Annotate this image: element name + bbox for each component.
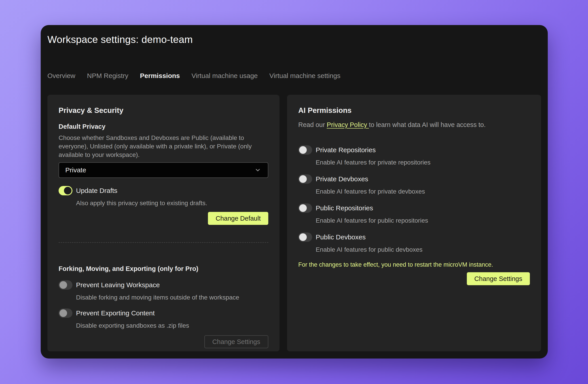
public-repositories-label: Public Repositories xyxy=(316,204,373,212)
prevent-exporting-content-description: Disable exporting sandboxes as .zip file… xyxy=(76,322,268,330)
ai-intro-suffix: to learn what data AI will have access t… xyxy=(369,121,486,128)
default-privacy-select-value: Private xyxy=(65,166,86,174)
page-title: Workspace settings: demo-team xyxy=(47,25,541,46)
default-privacy-description: Choose whether Sandboxes and Devboxes ar… xyxy=(59,134,268,159)
prevent-leaving-workspace-toggle[interactable] xyxy=(59,280,72,290)
update-drafts-row: Update Drafts xyxy=(59,186,268,195)
update-drafts-description: Also apply this privacy setting to exist… xyxy=(76,199,268,207)
private-repositories-description: Enable AI features for private repositor… xyxy=(316,158,530,167)
change-default-button[interactable]: Change Default xyxy=(208,212,268,225)
ai-card-title: AI Permissions xyxy=(298,106,530,115)
toggle-knob xyxy=(64,187,72,194)
forking-change-settings-row: Change Settings xyxy=(59,335,268,348)
private-repositories-toggle[interactable] xyxy=(298,145,312,155)
settings-cards: Privacy & Security Default Privacy Choos… xyxy=(47,95,541,351)
private-devboxes-toggle[interactable] xyxy=(298,174,312,184)
toggle-knob xyxy=(299,146,307,154)
prevent-leaving-row: Prevent Leaving Workspace xyxy=(59,280,268,290)
privacy-security-card: Privacy & Security Default Privacy Choos… xyxy=(47,95,279,351)
tab-virtual-machine-usage[interactable]: Virtual machine usage xyxy=(191,72,257,80)
tab-npm-registry[interactable]: NPM Registry xyxy=(87,72,128,80)
public-repositories-toggle[interactable] xyxy=(298,203,312,213)
tab-permissions[interactable]: Permissions xyxy=(140,72,180,80)
ai-change-settings-button[interactable]: Change Settings xyxy=(467,272,530,285)
toggle-knob xyxy=(299,204,307,212)
prevent-exporting-content-label: Prevent Exporting Content xyxy=(76,309,155,317)
tab-overview[interactable]: Overview xyxy=(47,72,75,80)
public-devboxes-toggle[interactable] xyxy=(298,232,312,242)
private-devboxes-description: Enable AI features for private devboxes xyxy=(316,187,530,196)
chevron-down-icon xyxy=(254,166,262,174)
change-default-row: Change Default xyxy=(59,212,268,225)
public-repositories-row: Public Repositories xyxy=(298,203,530,213)
ai-change-settings-row: Change Settings xyxy=(298,272,530,285)
default-privacy-heading: Default Privacy xyxy=(59,122,268,131)
private-repositories-row: Private Repositories xyxy=(298,145,530,155)
private-devboxes-row: Private Devboxes xyxy=(298,174,530,184)
public-repositories-description: Enable AI features for public repositori… xyxy=(316,216,530,225)
update-drafts-label: Update Drafts xyxy=(76,186,117,195)
privacy-policy-link[interactable]: Privacy Policy xyxy=(327,121,369,128)
section-divider xyxy=(59,242,268,243)
private-devboxes-label: Private Devboxes xyxy=(316,175,368,183)
restart-microvm-note: For the changes to take effect, you need… xyxy=(298,261,530,268)
update-drafts-toggle[interactable] xyxy=(59,186,72,195)
ai-permissions-card: AI Permissions Read our Privacy Policy t… xyxy=(287,95,541,351)
settings-tabs: Overview NPM Registry Permissions Virtua… xyxy=(47,72,541,80)
tab-virtual-machine-settings[interactable]: Virtual machine settings xyxy=(269,72,340,80)
privacy-card-title: Privacy & Security xyxy=(59,106,268,115)
private-repositories-label: Private Repositories xyxy=(316,146,376,154)
public-devboxes-label: Public Devboxes xyxy=(316,233,366,242)
toggle-knob xyxy=(60,309,67,317)
toggle-knob xyxy=(299,175,307,183)
forking-heading: Forking, Moving, and Exporting (only for… xyxy=(59,265,268,273)
prevent-leaving-workspace-label: Prevent Leaving Workspace xyxy=(76,281,160,289)
forking-change-settings-button[interactable]: Change Settings xyxy=(204,335,268,348)
prevent-leaving-workspace-description: Disable forking and moving items outside… xyxy=(76,293,268,302)
toggle-knob xyxy=(299,233,307,241)
default-privacy-select[interactable]: Private xyxy=(59,162,268,178)
prevent-exporting-content-toggle[interactable] xyxy=(59,308,72,318)
toggle-knob xyxy=(60,281,67,289)
public-devboxes-row: Public Devboxes xyxy=(298,232,530,242)
ai-intro-text: Read our Privacy Policy to learn what da… xyxy=(298,121,530,129)
workspace-settings-modal: Workspace settings: demo-team Overview N… xyxy=(41,25,548,359)
public-devboxes-description: Enable AI features for public devboxes xyxy=(316,245,530,254)
ai-intro-prefix: Read our xyxy=(298,121,327,128)
prevent-exporting-row: Prevent Exporting Content xyxy=(59,308,268,318)
